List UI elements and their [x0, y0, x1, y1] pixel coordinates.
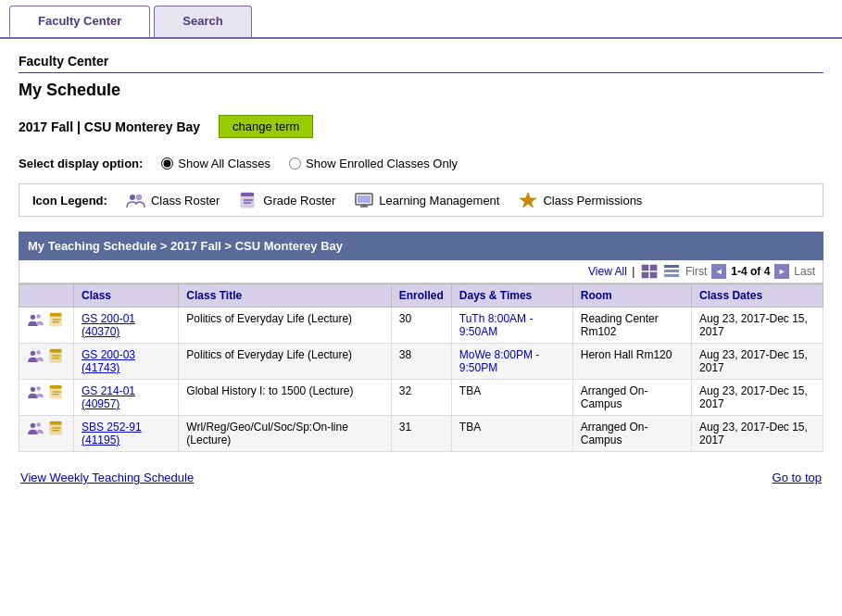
row-class-roster-icon[interactable] — [27, 348, 45, 363]
svg-point-37 — [36, 422, 40, 426]
row-class-roster-icon[interactable] — [27, 384, 45, 399]
legend-grade-roster: Grade Roster — [238, 192, 335, 208]
term-row: 2017 Fall | CSU Monterey Bay change term — [19, 115, 823, 138]
row-class: SBS 252-91 (41195) — [74, 416, 179, 452]
class-link[interactable]: SBS 252-91 (41195) — [82, 421, 142, 446]
grade-roster-label: Grade Roster — [263, 194, 335, 207]
term-label: 2017 Fall | CSU Monterey Bay — [19, 119, 200, 134]
tab-faculty-center[interactable]: Faculty Center — [9, 6, 150, 37]
page-info: 1-4 of 4 — [731, 265, 770, 278]
row-icons — [19, 416, 74, 452]
tab-search[interactable]: Search — [154, 6, 251, 37]
col-class-title: Class Title — [179, 284, 391, 308]
grade-roster-icon — [238, 192, 258, 208]
first-page[interactable]: First — [685, 265, 707, 278]
row-class-roster-icon[interactable] — [27, 312, 45, 327]
class-roster-label: Class Roster — [151, 194, 220, 207]
row-enrolled: 32 — [391, 380, 451, 416]
svg-point-30 — [31, 387, 35, 392]
row-class-title: Global History I: to 1500 (Lecture) — [179, 380, 391, 416]
row-grade-roster-icon[interactable] — [47, 312, 66, 327]
svg-rect-13 — [642, 272, 648, 278]
days-times-text: TuTh 8:00AM - 9:50AM — [459, 312, 534, 338]
table-row: GS 214-01 (40957)Global History I: to 15… — [19, 380, 823, 416]
svg-rect-33 — [50, 385, 61, 389]
col-enrolled: Enrolled — [391, 284, 451, 308]
svg-point-19 — [36, 314, 40, 318]
row-room: Arranged On-Campus — [572, 380, 691, 416]
svg-rect-17 — [664, 274, 679, 277]
row-room: Arranged On-Campus — [572, 416, 691, 452]
page-header: Faculty Center — [19, 54, 823, 73]
class-link[interactable]: GS 200-03 (41743) — [82, 348, 135, 374]
legend-learning-mgmt: Learning Management — [354, 192, 499, 208]
row-class-title: Politics of Everyday Life (Lecture) — [179, 308, 391, 344]
display-options: Select display option: Show All Classes … — [19, 157, 823, 170]
last-page[interactable]: Last — [794, 265, 815, 278]
row-class-title: Politics of Everyday Life (Lecture) — [179, 344, 391, 380]
svg-point-36 — [31, 423, 35, 428]
row-room: Reading Center Rm102 — [572, 308, 691, 344]
display-option-label: Select display option: — [19, 157, 143, 170]
pagination: First ◄ 1-4 of 4 ► Last — [685, 264, 815, 279]
row-room: Heron Hall Rm120 — [572, 344, 691, 380]
row-class-roster-icon[interactable] — [27, 421, 45, 435]
row-days-times: TuTh 8:00AM - 9:50AM — [451, 308, 572, 344]
row-class-dates: Aug 23, 2017-Dec 15, 2017 — [692, 380, 823, 416]
legend-class-roster: Class Roster — [126, 192, 220, 208]
show-enrolled-radio[interactable] — [289, 157, 301, 170]
grid-view-icon[interactable] — [663, 264, 680, 279]
class-link[interactable]: GS 200-01 (40370) — [82, 312, 135, 338]
row-grade-roster-icon[interactable] — [47, 384, 66, 399]
learning-management-label: Learning Management — [379, 194, 499, 207]
next-page[interactable]: ► — [774, 264, 789, 279]
go-to-top-link[interactable]: Go to top — [773, 471, 822, 484]
row-grade-roster-icon[interactable] — [47, 421, 66, 435]
legend-class-perms: Class Permissions — [518, 192, 642, 208]
show-enrolled-option[interactable]: Show Enrolled Classes Only — [289, 157, 458, 170]
view-weekly-schedule-link[interactable]: View Weekly Teaching Schedule — [20, 471, 194, 484]
class-link[interactable]: GS 214-01 (40957) — [82, 384, 135, 410]
svg-point-2 — [136, 195, 142, 200]
view-all-link[interactable]: View All — [588, 265, 627, 278]
svg-point-0 — [130, 195, 135, 200]
change-term-button[interactable]: change term — [219, 115, 313, 138]
row-grade-roster-icon[interactable] — [47, 348, 66, 363]
table-view-icon — [641, 264, 658, 279]
days-times-text: MoWe 8:00PM - 9:50PM — [459, 348, 539, 374]
row-days-times: MoWe 8:00PM - 9:50PM — [451, 344, 572, 380]
col-days-times: Days & Times — [451, 284, 572, 308]
icon-legend-label: Icon Legend: — [32, 194, 107, 207]
col-room: Room — [572, 284, 691, 308]
svg-rect-12 — [650, 265, 657, 270]
row-class: GS 214-01 (40957) — [74, 380, 179, 416]
row-icons — [19, 308, 74, 344]
svg-point-18 — [31, 315, 35, 320]
show-all-radio[interactable] — [161, 157, 173, 170]
row-enrolled: 38 — [391, 344, 451, 380]
prev-page[interactable]: ◄ — [711, 264, 726, 279]
table-row: GS 200-01 (40370)Politics of Everyday Li… — [19, 308, 823, 344]
row-class-title: Wrl/Reg/Geo/Cul/Soc/Sp:On-line (Lecture) — [179, 416, 391, 452]
col-icons — [19, 284, 74, 308]
schedule-section-header: My Teaching Schedule > 2017 Fall > CSU M… — [19, 232, 823, 260]
schedule-table: Class Class Title Enrolled Days & Times … — [19, 283, 823, 452]
svg-point-25 — [36, 350, 40, 354]
svg-point-24 — [31, 351, 35, 356]
row-enrolled: 30 — [391, 308, 451, 344]
footer: View Weekly Teaching Schedule Go to top — [19, 459, 823, 496]
col-class: Class — [74, 284, 179, 308]
table-row: GS 200-03 (41743)Politics of Everyday Li… — [19, 344, 823, 380]
row-icons — [19, 344, 74, 380]
row-class: GS 200-03 (41743) — [74, 344, 179, 380]
table-row: SBS 252-91 (41195)Wrl/Reg/Geo/Cul/Soc/Sp… — [19, 416, 823, 452]
page-content: Faculty Center My Schedule 2017 Fall | C… — [0, 39, 842, 510]
row-days-times: TBA — [451, 380, 572, 416]
page-title: My Schedule — [19, 81, 823, 100]
svg-rect-11 — [642, 265, 648, 270]
svg-rect-15 — [664, 265, 679, 268]
svg-rect-16 — [664, 270, 679, 272]
svg-rect-8 — [358, 195, 371, 203]
svg-point-31 — [36, 386, 40, 390]
show-all-classes-option[interactable]: Show All Classes — [161, 157, 270, 170]
